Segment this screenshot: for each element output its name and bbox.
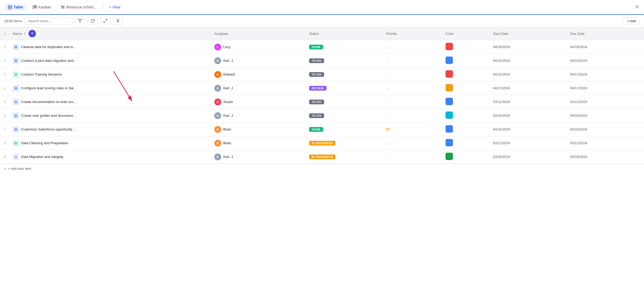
assignee-name: Edward <box>223 72 235 76</box>
cell-name[interactable]: ⊞ Create documentation on lead sco... <box>10 95 211 109</box>
cell-status[interactable]: TO DO <box>306 54 383 68</box>
tab-resource[interactable]: Resource sched... <box>57 3 100 11</box>
cell-priority[interactable]: ⌄ <box>383 81 442 95</box>
table-row: 6 ⊞ Create user guides and document... K… <box>0 109 644 123</box>
sort-icon: ⬆ <box>23 32 26 35</box>
task-icon: ◎ <box>13 154 19 160</box>
cell-color[interactable] <box>442 136 490 150</box>
settings-button[interactable] <box>634 4 640 10</box>
cell-name[interactable]: ◎ Data Migration and Integrity <box>10 150 211 164</box>
priority-chevron[interactable]: ⌄ <box>386 100 389 104</box>
priority-chevron[interactable]: ⌄ <box>386 86 389 90</box>
task-name: Data Migration and Integrity <box>21 155 63 159</box>
cell-color[interactable] <box>442 109 490 123</box>
col-assignee: Assignee <box>211 27 306 40</box>
table-row: 3 ⊟ Conduct Training Sessions E Edward T… <box>0 68 644 81</box>
priority-chevron[interactable]: ⌄ <box>386 141 389 145</box>
avatar: B <box>214 126 221 133</box>
cell-priority[interactable]: ⌄ <box>383 40 442 54</box>
cell-start-date: 03/11/2024 <box>490 136 567 150</box>
priority-chevron[interactable]: ⌄ <box>386 155 389 159</box>
filter-button[interactable] <box>75 17 85 25</box>
cell-status[interactable]: IN PROGRESS <box>306 150 383 164</box>
priority-chevron[interactable]: ⌄ <box>386 45 389 49</box>
cell-name[interactable]: ⊞ Configure lead scoring rules in Sal... <box>10 81 211 95</box>
col-priority: Priority <box>383 27 442 40</box>
cell-status[interactable]: DONE <box>306 40 383 54</box>
cell-name[interactable]: ⊞ Cleanse data for duplicates and in... <box>10 40 211 54</box>
cell-assignee: B Brian <box>211 123 306 136</box>
search-input[interactable] <box>25 17 72 25</box>
cell-status[interactable]: TO DO <box>306 95 383 109</box>
cell-assignee: K Karl .J <box>211 81 306 95</box>
col-status: Status <box>306 27 383 40</box>
cell-color[interactable] <box>442 68 490 81</box>
cell-color[interactable] <box>442 123 490 136</box>
task-name: Create documentation on lead sco... <box>21 100 76 104</box>
task-icon: ⊞ <box>13 44 19 50</box>
cell-assignee: S Susan <box>211 95 306 109</box>
cell-priority[interactable]: ⌄ <box>383 136 442 150</box>
cell-color[interactable] <box>442 81 490 95</box>
cell-color[interactable] <box>442 54 490 68</box>
svg-point-21 <box>117 22 118 22</box>
task-name: Configure lead scoring rules in Sal... <box>21 86 76 90</box>
tab-kanban[interactable]: Kanban <box>29 3 55 11</box>
expand-button[interactable] <box>100 17 110 25</box>
cell-name[interactable]: ⊞ Conduct a pilot data migration and... <box>10 54 211 68</box>
cell-due-date: 03/12/2024 <box>567 95 644 109</box>
col-color: Color <box>442 27 490 40</box>
cell-due-date: 04/16/2024 <box>567 109 644 123</box>
cell-priority[interactable]: ⌄ <box>383 54 442 68</box>
assignee-name: Susan <box>223 100 233 104</box>
cell-status[interactable]: TO DO <box>306 109 383 123</box>
sort-button[interactable] <box>29 30 36 37</box>
cell-status[interactable]: TO DO <box>306 68 383 81</box>
cell-name[interactable]: ⊟ Conduct Training Sessions <box>10 68 211 81</box>
cell-priority[interactable]: ⌄ <box>383 150 442 164</box>
cell-number: 7 <box>0 123 10 136</box>
app-container: Table Kanban Resource sched... + View <box>0 0 644 173</box>
table-header-row: # Name ⬆ Assignee Sta <box>0 27 644 40</box>
status-badge: REVIEW <box>309 86 326 91</box>
tab-table[interactable]: Table <box>4 3 27 11</box>
cell-assignee: B Brian <box>211 136 306 150</box>
status-badge: TO DO <box>309 58 324 63</box>
cell-status[interactable]: IN PROGRESS <box>306 136 383 150</box>
priority-chevron[interactable]: ⌄ <box>386 114 389 118</box>
status-badge: DONE <box>309 127 323 132</box>
cell-number: 2 <box>0 54 10 68</box>
add-button[interactable]: + Add <box>623 17 640 25</box>
cell-name[interactable]: ⊟ Data Cleaning and Preparation <box>10 136 211 150</box>
cell-number: 1 <box>0 40 10 54</box>
col-name[interactable]: Name ⬆ <box>10 27 211 40</box>
table-row: 2 ⊞ Conduct a pilot data migration and..… <box>0 54 644 68</box>
cell-priority[interactable]: ⌄ <box>383 95 442 109</box>
assignee-name: Lucy <box>223 45 230 49</box>
cell-name[interactable]: ⊞ Customize Salesforce opportunity ... <box>10 123 211 136</box>
color-swatch <box>446 139 453 146</box>
cell-start-date: 04/18/2024 <box>490 40 567 54</box>
avatar: L <box>214 44 221 50</box>
status-badge: IN PROGRESS <box>309 155 335 159</box>
data-table: # Name ⬆ Assignee Sta <box>0 27 644 164</box>
tune-button[interactable] <box>113 17 123 25</box>
add-view-button[interactable]: + View <box>107 3 123 11</box>
cell-status[interactable]: DONE <box>306 123 383 136</box>
cell-priority[interactable] <box>383 123 442 136</box>
add-new-item[interactable]: + + Add new item <box>0 164 644 173</box>
cell-color[interactable] <box>442 40 490 54</box>
priority-chevron[interactable]: ⌄ <box>386 59 389 63</box>
priority-chevron[interactable]: ⌄ <box>386 73 389 76</box>
table-row: 4 ⊞ Configure lead scoring rules in Sal.… <box>0 81 644 95</box>
color-swatch <box>446 43 453 50</box>
cell-status[interactable]: REVIEW <box>306 81 383 95</box>
cell-name[interactable]: ⊞ Create user guides and document... <box>10 109 211 123</box>
cell-color[interactable] <box>442 150 490 164</box>
refresh-button[interactable] <box>88 17 98 25</box>
cell-priority[interactable]: ⌄ <box>383 68 442 81</box>
cell-priority[interactable]: ⌄ <box>383 109 442 123</box>
cell-color[interactable] <box>442 95 490 109</box>
svg-line-15 <box>104 21 105 22</box>
cell-start-date: 04/17/2024 <box>490 81 567 95</box>
